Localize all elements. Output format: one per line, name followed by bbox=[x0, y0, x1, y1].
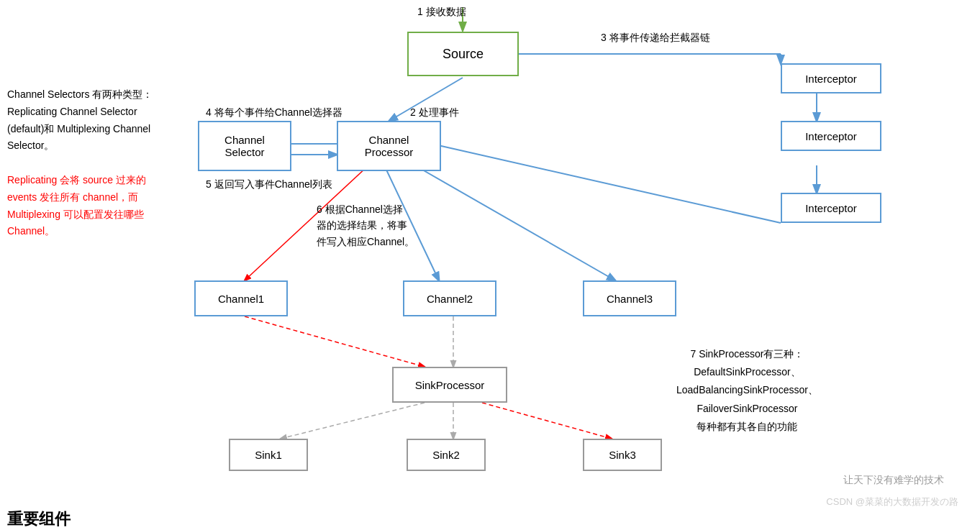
watermark-text: 让天下没有难学的技术 bbox=[843, 474, 944, 487]
channel-processor-label: ChannelProcessor bbox=[365, 134, 414, 158]
sink1-box: Sink1 bbox=[229, 439, 308, 471]
sink-processor-box: SinkProcessor bbox=[392, 367, 507, 403]
interceptor3-box: Interceptor bbox=[781, 193, 881, 223]
footer-heading: 重要组件 bbox=[7, 508, 71, 530]
annotation-7: 7 SinkProcessor有三种：DefaultSinkProcessor、… bbox=[676, 345, 818, 436]
annotation-3: 3 将事件传递给拦截器链 bbox=[601, 32, 710, 45]
channel-selector-box: ChannelSelector bbox=[198, 121, 291, 171]
svg-line-14 bbox=[281, 403, 425, 439]
sink2-label: Sink2 bbox=[432, 449, 460, 461]
svg-line-6 bbox=[432, 144, 781, 223]
interceptor3-label: Interceptor bbox=[805, 202, 857, 214]
svg-line-16 bbox=[482, 403, 612, 439]
annotation-4: 4 将每个事件给Channel选择器 bbox=[206, 106, 342, 119]
channel3-box: Channel3 bbox=[583, 280, 676, 316]
channel-selector-label: ChannelSelector bbox=[224, 134, 265, 158]
channel1-label: Channel1 bbox=[218, 293, 264, 305]
svg-line-11 bbox=[417, 167, 615, 280]
source-box: Source bbox=[407, 32, 519, 76]
interceptor1-label: Interceptor bbox=[805, 73, 857, 85]
annotation-6: 6 根据Channel选择器的选择结果，将事件写入相应Channel。 bbox=[317, 201, 414, 250]
sink3-box: Sink3 bbox=[583, 439, 662, 471]
annotation-2: 2 处理事件 bbox=[410, 106, 459, 119]
source-label: Source bbox=[443, 47, 484, 62]
channel2-box: Channel2 bbox=[403, 280, 496, 316]
channel1-box: Channel1 bbox=[194, 280, 288, 316]
sink1-label: Sink1 bbox=[255, 449, 282, 461]
interceptor2-box: Interceptor bbox=[781, 121, 881, 151]
sink2-box: Sink2 bbox=[407, 439, 486, 471]
channel2-label: Channel2 bbox=[427, 293, 473, 305]
svg-line-12 bbox=[245, 316, 425, 367]
csdn-credit: CSDN @菜菜的大数据开发の路 bbox=[826, 495, 958, 508]
annotation-5: 5 返回写入事件Channel列表 bbox=[206, 178, 332, 191]
interceptor1-box: Interceptor bbox=[781, 63, 881, 93]
sink3-label: Sink3 bbox=[609, 449, 636, 461]
sink-processor-label: SinkProcessor bbox=[415, 379, 485, 391]
channel3-label: Channel3 bbox=[607, 293, 653, 305]
sidebar-text: Channel Selectors 有两种类型：Replicating Chan… bbox=[7, 86, 158, 240]
annotation-1: 1 接收数据 bbox=[417, 6, 466, 19]
channel-processor-box: ChannelProcessor bbox=[337, 121, 441, 171]
interceptor2-label: Interceptor bbox=[805, 130, 857, 142]
